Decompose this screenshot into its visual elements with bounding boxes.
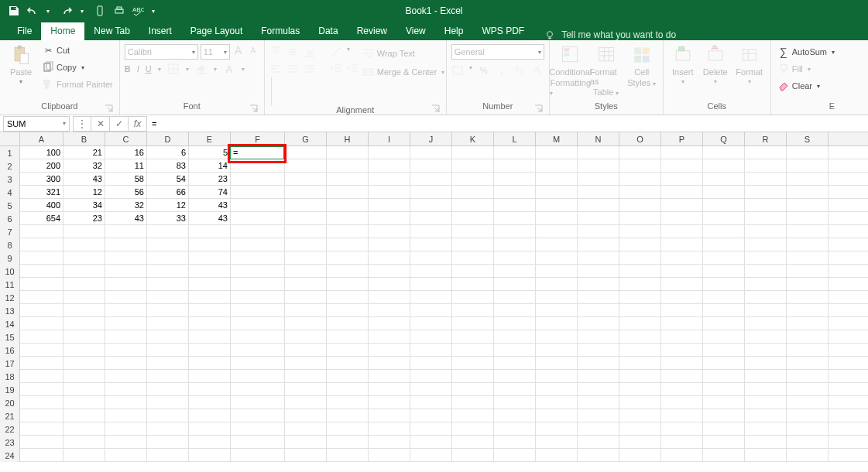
cell[interactable] [452,225,494,238]
cell[interactable] [369,304,410,316]
formula-input[interactable] [147,116,868,132]
cell[interactable] [231,422,285,435]
cell[interactable] [105,449,147,461]
row-header[interactable]: 10 [0,265,20,278]
cell[interactable] [494,199,536,211]
cell[interactable] [578,317,619,330]
cell[interactable] [63,357,105,369]
cell[interactable]: 66 [147,186,189,198]
font-name-combo[interactable]: Calibri▾ [125,44,198,60]
cell[interactable] [327,409,369,422]
row-header[interactable]: 21 [0,409,20,422]
cell[interactable] [619,146,661,159]
cell[interactable] [661,159,703,172]
cell[interactable] [619,304,661,316]
cell[interactable] [452,278,494,290]
cell[interactable] [369,317,410,330]
column-header[interactable]: Q [703,132,745,145]
cell[interactable] [410,225,452,238]
cell[interactable] [285,212,327,224]
font-color-icon[interactable]: A [223,63,235,75]
cell[interactable] [147,357,189,369]
cell[interactable] [327,278,369,290]
cell[interactable] [410,199,452,211]
font-size-combo[interactable]: 11▾ [201,44,230,60]
cell[interactable] [20,330,63,343]
cell[interactable] [578,304,619,316]
cell[interactable] [410,422,452,435]
cell[interactable] [661,422,703,435]
cell[interactable] [619,409,661,422]
cell[interactable] [147,344,189,356]
column-header[interactable]: K [452,132,494,145]
cell[interactable] [661,449,703,461]
cell[interactable] [285,265,327,277]
cell[interactable] [369,212,410,224]
cell[interactable] [189,396,231,409]
row-header[interactable]: 13 [0,304,20,317]
touch-mode-icon[interactable] [94,5,107,17]
cell[interactable] [20,225,63,238]
cell[interactable] [745,409,787,422]
cell[interactable] [105,344,147,356]
cell[interactable]: 54 [147,173,189,185]
fill-button[interactable]: Fill▾ [776,61,812,77]
cell[interactable] [745,422,787,435]
cell[interactable] [20,291,63,303]
cell[interactable] [619,291,661,303]
cell[interactable] [147,449,189,461]
cell[interactable]: 43 [189,212,231,224]
tab-home[interactable]: Home [41,22,84,40]
cell[interactable] [452,251,494,264]
cell[interactable] [369,265,410,277]
align-center-icon[interactable] [286,63,299,75]
cell[interactable] [189,238,231,251]
row-header[interactable]: 12 [0,291,20,304]
cell[interactable] [189,357,231,369]
dialog-launcher-icon[interactable] [105,104,113,113]
cell[interactable] [661,357,703,369]
cell[interactable] [410,344,452,356]
cell[interactable] [578,238,619,251]
cell[interactable] [410,146,452,159]
cell[interactable] [410,278,452,290]
cell[interactable] [452,199,494,211]
cell[interactable] [494,238,536,251]
cell[interactable] [661,370,703,382]
column-header[interactable]: P [661,132,703,145]
cell[interactable] [661,304,703,316]
cell[interactable] [63,225,105,238]
cell[interactable] [285,409,327,422]
row-header[interactable]: 19 [0,383,20,396]
cell[interactable] [285,225,327,238]
cell[interactable] [189,225,231,238]
cell[interactable] [63,436,105,448]
cell[interactable] [536,449,578,461]
cell[interactable] [661,146,703,159]
cell[interactable] [189,291,231,303]
cell[interactable] [20,436,63,448]
cell[interactable] [369,291,410,303]
cell[interactable] [369,449,410,461]
cell[interactable] [703,173,745,185]
cell[interactable] [494,436,536,448]
cell[interactable] [20,370,63,382]
cell[interactable] [20,357,63,369]
cell[interactable] [745,330,787,343]
cell[interactable] [327,186,369,198]
cell[interactable] [745,199,787,211]
column-header[interactable]: S [787,132,829,145]
cancel-formula-button[interactable]: ✕ [91,116,110,132]
increase-decimal-icon[interactable]: .0 [513,64,526,77]
cell[interactable] [745,159,787,172]
cell[interactable] [327,370,369,382]
cell[interactable]: 32 [63,159,105,172]
cell[interactable] [189,304,231,316]
column-header[interactable]: G [285,132,327,145]
cell[interactable] [745,278,787,290]
cell[interactable] [105,357,147,369]
decrease-indent-icon[interactable] [330,63,342,75]
cell[interactable] [745,265,787,277]
cell[interactable] [787,173,829,185]
cell[interactable] [63,304,105,316]
